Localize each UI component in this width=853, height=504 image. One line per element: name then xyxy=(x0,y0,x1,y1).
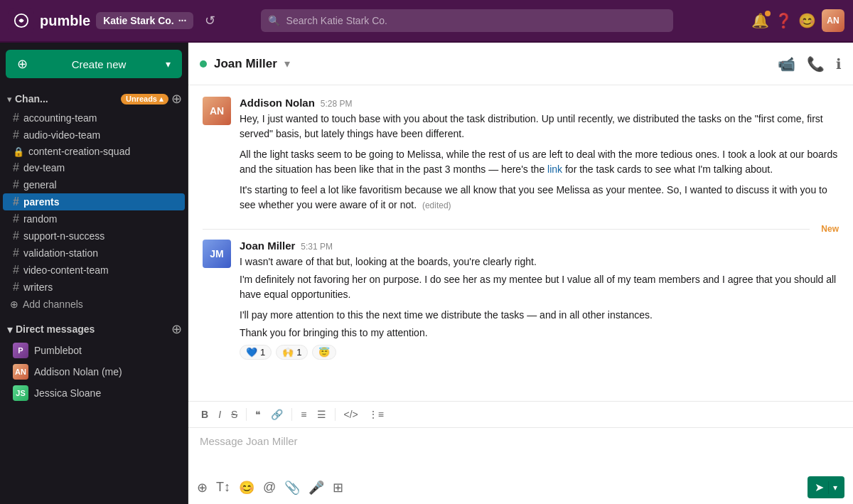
message-input-placeholder[interactable]: Message Joan Miller xyxy=(188,428,853,471)
main-chat-area: Joan Miller ▾ 📹 📞 ℹ AN Addison Nolan 5:2 xyxy=(188,43,853,504)
send-button[interactable]: ➤ ▾ xyxy=(808,476,844,498)
app-icon xyxy=(9,8,34,33)
channel-item-writers[interactable]: # writers xyxy=(3,279,185,296)
message-content-2: Joan Miller 5:31 PM I wasn't aware of th… xyxy=(240,240,839,360)
ordered-list-button[interactable]: ≡ xyxy=(296,406,311,423)
user-avatar[interactable]: AN xyxy=(822,9,844,32)
channel-item-dev-team[interactable]: # dev-team xyxy=(3,159,185,176)
contact-name[interactable]: Joan Miller xyxy=(214,57,277,71)
help-icon[interactable]: ❓ xyxy=(775,12,793,29)
strikethrough-button[interactable]: S xyxy=(227,406,242,423)
message-time-2: 5:31 PM xyxy=(301,242,333,252)
clap-count: 1 xyxy=(296,347,301,358)
send-chevron-icon[interactable]: ▾ xyxy=(833,483,837,493)
emoji-picker-icon[interactable]: 😊 xyxy=(239,480,254,495)
new-label: New xyxy=(815,224,839,234)
emoji-status-icon[interactable]: 😊 xyxy=(798,12,816,29)
workspace-button[interactable]: Katie Stark Co. ··· xyxy=(96,12,193,29)
hash-icon: # xyxy=(13,112,19,124)
chevron-icon: ▾ xyxy=(7,323,13,336)
video-icon[interactable]: 📹 xyxy=(778,55,795,73)
dm-item-addison-nolan[interactable]: AN Addison Nolan (me) xyxy=(3,361,185,382)
bell-icon[interactable]: 🔔 xyxy=(751,12,769,29)
unreads-arrow: ▴ xyxy=(159,95,163,104)
blockquote-button[interactable]: ❝ xyxy=(251,406,265,423)
hash-icon: # xyxy=(13,247,19,259)
hash-icon: # xyxy=(13,281,19,294)
italic-button[interactable]: I xyxy=(214,406,225,423)
channel-item-validation-station[interactable]: # validation-station xyxy=(3,245,185,262)
channels-section-title: Chan... xyxy=(15,93,118,104)
channel-item-accounting-team[interactable]: # accounting-team xyxy=(3,109,185,127)
bold-button[interactable]: B xyxy=(197,406,213,423)
chevron-down-icon: ▾ xyxy=(166,58,171,70)
toolbar-divider-3 xyxy=(335,408,336,421)
hash-icon: # xyxy=(13,129,19,141)
phone-icon[interactable]: 📞 xyxy=(807,55,825,73)
dm-item-jessica-sloane[interactable]: JS Jessica Sloane xyxy=(3,382,185,404)
channel-list: # accounting-team # audio-video-team 🔒 c… xyxy=(0,109,188,296)
reactions-area: 💙 1 🙌 1 😇 xyxy=(240,345,839,360)
channel-item-random[interactable]: # random xyxy=(3,210,185,227)
joan-message-avatar: JM xyxy=(203,240,231,268)
link-button[interactable]: 🔗 xyxy=(267,406,287,423)
message-row-1: AN Addison Nolan 5:28 PM Hey, I just wan… xyxy=(203,97,839,213)
message-text-1a: Hey, I just wanted to touch base with yo… xyxy=(240,112,839,141)
send-icon: ➤ xyxy=(815,481,824,494)
hash-icon: # xyxy=(13,230,19,242)
dm-section-header[interactable]: ▾ Direct messages ⊕ xyxy=(0,318,188,340)
hash-icon: # xyxy=(13,161,19,174)
messages-area: AN Addison Nolan 5:28 PM Hey, I just wan… xyxy=(188,85,853,401)
reaction-angel[interactable]: 😇 xyxy=(312,345,336,360)
history-icon[interactable]: ↺ xyxy=(202,10,218,31)
notification-badge xyxy=(765,11,771,16)
search-bar: 🔍 xyxy=(261,9,673,32)
attachment-icon[interactable]: 📎 xyxy=(284,480,300,495)
message-input-area: B I S ❝ 🔗 ≡ ☰ </> ⋮≡ Message Joan Miller xyxy=(188,401,853,504)
hash-icon: # xyxy=(13,178,19,191)
add-dm-icon[interactable]: ⊕ xyxy=(171,321,182,337)
create-new-label: Create new xyxy=(72,58,127,70)
text-format-icon[interactable]: T↕ xyxy=(216,480,230,495)
toolbar-divider-2 xyxy=(291,408,292,421)
channel-item-parents[interactable]: # parents xyxy=(3,193,185,210)
mention-icon[interactable]: @ xyxy=(263,480,276,495)
channel-item-audio-video-team[interactable]: # audio-video-team xyxy=(3,127,185,144)
dm-item-pumblebot[interactable]: P Pumblebot xyxy=(3,340,185,361)
message-text-1b: All the light tasks seem to be going to … xyxy=(240,147,839,177)
message-link[interactable]: link xyxy=(547,163,562,175)
shortcuts-icon[interactable]: ⊞ xyxy=(333,480,343,495)
message-row-2: JM Joan Miller 5:31 PM I wasn't aware of… xyxy=(203,240,839,360)
channel-item-general[interactable]: # general xyxy=(3,176,185,193)
add-channel-icon[interactable]: ⊕ xyxy=(171,91,182,107)
channels-section-header[interactable]: ▾ Chan... Unreads ▴ ⊕ xyxy=(0,88,188,109)
microphone-icon[interactable]: 🎤 xyxy=(309,480,324,495)
global-topbar: pumble Katie Stark Co. ··· ↺ 🔍 🔔 ❓ 😊 AN xyxy=(0,0,853,43)
heart-count: 1 xyxy=(260,347,265,358)
clap-emoji: 🙌 xyxy=(282,347,294,358)
toolbar-divider-1 xyxy=(246,408,247,421)
contact-chevron-icon[interactable]: ▾ xyxy=(284,57,290,70)
channel-item-video-content-team[interactable]: # video-content-team xyxy=(3,262,185,279)
topbar-right: 🔔 ❓ 😊 AN xyxy=(751,9,844,32)
channel-item-support-n-success[interactable]: # support-n-success xyxy=(3,227,185,245)
code-button[interactable]: </> xyxy=(340,406,363,423)
channel-item-content-creation-squad[interactable]: 🔒 content-creation-squad xyxy=(3,144,185,159)
search-input[interactable] xyxy=(261,9,673,32)
reaction-heart[interactable]: 💙 1 xyxy=(240,345,272,360)
unreads-badge[interactable]: Unreads ▴ xyxy=(121,94,168,104)
pumblebot-avatar: P xyxy=(13,343,28,358)
message-text-2d: Thank you for bringing this to my attent… xyxy=(240,326,839,341)
add-icon[interactable]: ⊕ xyxy=(197,480,208,495)
unordered-list-button[interactable]: ☰ xyxy=(313,406,331,423)
writers-label: writers xyxy=(23,282,53,293)
info-icon[interactable]: ℹ xyxy=(836,55,842,73)
message-text-2b: I'm definitely not favoring her on purpo… xyxy=(240,272,839,302)
add-channels-button[interactable]: ⊕ Add channels xyxy=(0,296,188,313)
reaction-clap[interactable]: 🙌 1 xyxy=(276,345,308,360)
message-header-1: Addison Nolan 5:28 PM xyxy=(240,97,839,109)
code-block-button[interactable]: ⋮≡ xyxy=(364,406,388,423)
hash-icon: # xyxy=(13,264,19,277)
create-new-button[interactable]: ⊕ Create new ▾ xyxy=(6,50,182,78)
plus-icon: ⊕ xyxy=(17,56,28,72)
